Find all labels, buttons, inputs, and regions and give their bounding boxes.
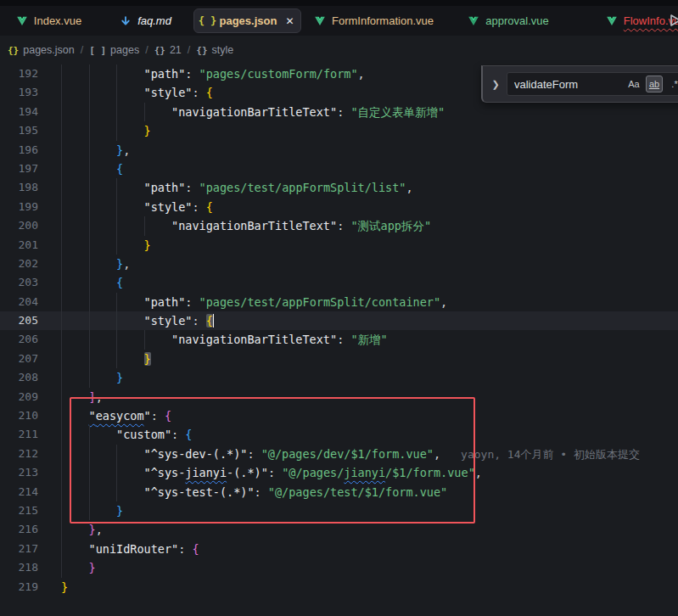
code-editor[interactable]: 192 "path": "pages/customForm/form",193 … — [0, 64, 678, 616]
code-token — [61, 409, 89, 423]
line-number[interactable]: 199 — [0, 198, 38, 216]
line-content: "uniIdRouter": { — [38, 540, 678, 558]
code-line[interactable]: 196 }, — [0, 141, 678, 160]
line-number[interactable]: 219 — [0, 578, 38, 596]
line-number[interactable]: 210 — [0, 406, 38, 425]
code-line[interactable]: 207 } — [0, 350, 678, 368]
breadcrumb-item-21[interactable]: {} 21 — [154, 44, 182, 56]
line-number[interactable]: 200 — [0, 216, 38, 235]
tab-flowinfo-vue[interactable]: FlowInfo.vu — [570, 6, 678, 36]
line-number[interactable]: 206 — [0, 330, 38, 349]
code-token: "自定义表单新增" — [350, 105, 445, 119]
code-token: : — [337, 219, 350, 232]
code-token: } — [61, 580, 68, 594]
tab-pages-json[interactable]: { } pages.json ✕ — [193, 8, 301, 33]
toggle-replace-chevron-icon[interactable]: ❯ — [488, 79, 503, 90]
code-line[interactable]: 203 { — [0, 273, 678, 292]
line-number[interactable]: 214 — [0, 483, 38, 501]
tab-overflow-chevron-icon[interactable] — [668, 12, 678, 31]
whole-word-button[interactable]: ab — [646, 76, 663, 92]
breadcrumb-item-pages[interactable]: [ ] pages — [89, 44, 139, 56]
line-content: } — [38, 558, 678, 577]
indent-guide — [89, 103, 90, 121]
indent-guide — [61, 103, 62, 121]
code-line[interactable]: 218 } — [0, 558, 678, 577]
code-line[interactable]: 209 ], — [0, 388, 678, 406]
tab-forminformation-vue[interactable]: FormInformation.vue — [301, 6, 445, 36]
code-line[interactable]: 219} — [0, 578, 678, 596]
line-number[interactable]: 205 — [0, 311, 38, 330]
line-number[interactable]: 198 — [0, 178, 38, 197]
line-number[interactable]: 216 — [0, 520, 38, 539]
code-line[interactable]: 206 "navigationBarTitleText": "新增" — [0, 330, 678, 349]
line-number[interactable]: 195 — [0, 121, 38, 140]
line-number[interactable]: 207 — [0, 350, 38, 368]
code-token: } — [116, 371, 123, 384]
line-number[interactable]: 212 — [0, 445, 38, 463]
line-number[interactable]: 197 — [0, 160, 38, 178]
line-number[interactable]: 218 — [0, 558, 38, 577]
line-number[interactable]: 193 — [0, 83, 38, 102]
match-case-button[interactable]: Aa — [625, 76, 642, 92]
code-token: , — [358, 67, 365, 81]
code-line[interactable]: 198 "path": "pages/test/appFormSplit/lis… — [0, 178, 678, 197]
line-number[interactable]: 217 — [0, 540, 38, 558]
tab-approval-vue[interactable]: approval.vue — [445, 6, 570, 36]
code-token: { — [192, 542, 199, 556]
indent-guide — [61, 558, 62, 577]
breadcrumb-item-file[interactable]: {} pages.json — [8, 44, 75, 56]
line-number[interactable]: 215 — [0, 501, 38, 520]
code-line[interactable]: 204 "path": "pages/test/appFormSplit/con… — [0, 293, 678, 311]
code-line[interactable]: 199 "style": { — [0, 198, 678, 216]
code-token: { — [185, 428, 192, 441]
indent-guide — [61, 273, 62, 292]
code-token: : — [171, 428, 185, 441]
line-number[interactable]: 192 — [0, 64, 38, 83]
line-number[interactable]: 209 — [0, 388, 38, 406]
indent-guide — [89, 501, 90, 520]
code-token — [61, 181, 144, 194]
line-number[interactable]: 201 — [0, 236, 38, 255]
line-number[interactable]: 213 — [0, 463, 38, 482]
code-line[interactable]: 194 "navigationBarTitleText": "自定义表单新增" — [0, 103, 678, 121]
code-line[interactable]: 216 }, — [0, 520, 678, 539]
line-number[interactable]: 211 — [0, 425, 38, 444]
indent-guide — [89, 160, 90, 178]
code-line[interactable]: 195 } — [0, 121, 678, 140]
code-line[interactable]: 197 { — [0, 160, 678, 178]
code-line[interactable]: 215 } — [0, 501, 678, 520]
line-content: { — [38, 273, 678, 292]
tab-index-vue[interactable]: Index.vue — [0, 6, 97, 36]
vue-icon — [467, 14, 480, 28]
line-content: "^sys-dev-(.*)": "@/pages/dev/$1/form.vu… — [38, 445, 678, 463]
code-line[interactable]: 200 "navigationBarTitleText": "测试app拆分" — [0, 216, 678, 235]
close-tab-icon[interactable]: ✕ — [285, 15, 294, 27]
code-token: "pages/test/appFormSplit/list" — [199, 181, 406, 194]
line-number[interactable]: 204 — [0, 293, 38, 311]
code-line[interactable]: 217 "uniIdRouter": { — [0, 540, 678, 558]
code-line[interactable]: 212 "^sys-dev-(.*)": "@/pages/dev/$1/for… — [0, 445, 678, 463]
line-content: } — [38, 368, 678, 387]
line-number[interactable]: 194 — [0, 103, 38, 121]
code-line[interactable]: 213 "^sys-jianyi-(.*)": "@/pages/jianyi/… — [0, 463, 678, 482]
code-line[interactable]: 214 "^sys-test-(.*)": "@/pages/test/$1/f… — [0, 483, 678, 501]
line-number[interactable]: 202 — [0, 255, 38, 273]
editor-tab-bar: Index.vue faq.md { } pages.json ✕ FormIn… — [0, 6, 678, 36]
line-number[interactable]: 203 — [0, 273, 38, 292]
indent-guide — [61, 83, 62, 102]
code-line[interactable]: 205 "style": { — [0, 311, 678, 330]
code-line[interactable]: 208 } — [0, 368, 678, 387]
regex-button[interactable]: .* — [666, 76, 678, 92]
line-number[interactable]: 208 — [0, 368, 38, 387]
code-line[interactable]: 201 } — [0, 236, 678, 255]
code-token — [61, 314, 144, 328]
code-line[interactable]: 202 }, — [0, 255, 678, 273]
code-token: ] — [89, 390, 96, 404]
tab-faq-md[interactable]: faq.md — [97, 6, 193, 36]
breadcrumb-item-style[interactable]: {} style — [196, 44, 233, 56]
line-content: } — [38, 350, 678, 368]
line-number[interactable]: 196 — [0, 141, 38, 160]
code-line[interactable]: 211 "custom": { — [0, 425, 678, 444]
code-line[interactable]: 210 "easycom": { — [0, 406, 678, 425]
code-token: jianyi — [344, 466, 385, 479]
